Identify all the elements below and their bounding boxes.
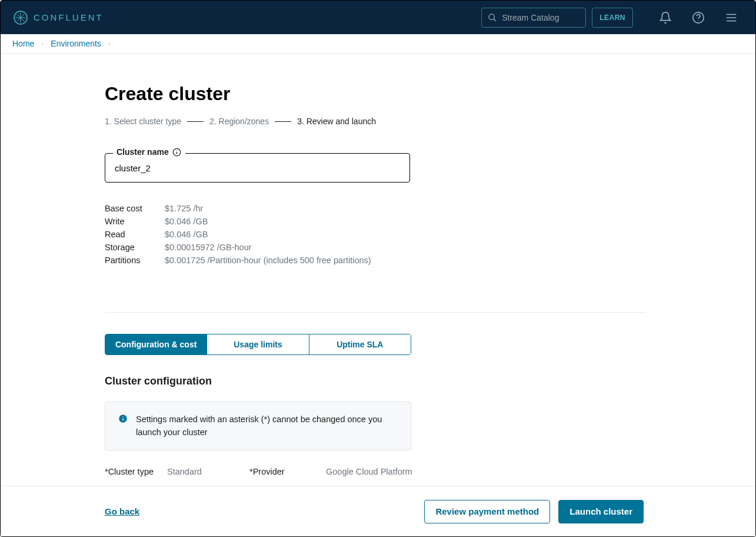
menu-icon[interactable] <box>719 5 744 30</box>
section-title: Cluster configuration <box>105 375 514 387</box>
brand-text: CONFLUENT <box>34 12 104 22</box>
svg-point-13 <box>122 416 124 417</box>
breadcrumb-home[interactable]: Home <box>12 39 34 48</box>
cost-label: Read <box>105 230 165 239</box>
svg-line-2 <box>494 19 496 21</box>
info-icon <box>118 414 128 439</box>
cluster-name-label: Cluster name <box>113 147 185 157</box>
go-back-link[interactable]: Go back <box>105 506 139 516</box>
config-tabs: Configuration & cost Usage limits Uptime… <box>105 334 411 355</box>
learn-button[interactable]: LEARN <box>592 8 633 28</box>
svg-point-4 <box>698 20 698 21</box>
step-1: 1. Select cluster type <box>105 117 181 126</box>
launch-cluster-button[interactable]: Launch cluster <box>558 500 644 523</box>
step-2: 2. Region/zones <box>209 117 269 126</box>
config-label: *Cluster type <box>105 467 167 476</box>
config-grid: *Cluster type Standard *Provider Google … <box>105 467 514 476</box>
notice-text: Settings marked with an asterisk (*) can… <box>136 413 398 439</box>
step-3: 3. Review and launch <box>297 117 376 126</box>
tab-configuration-cost[interactable]: Configuration & cost <box>105 334 207 354</box>
cluster-name-input[interactable] <box>105 153 410 183</box>
cost-label: Base cost <box>105 204 165 213</box>
cost-value: $1.725 /hr <box>165 204 514 213</box>
chevron-right-icon <box>40 39 45 48</box>
config-value: Standard <box>167 467 249 476</box>
app-header: CONFLUENT LEARN <box>1 1 755 34</box>
review-payment-button[interactable]: Review payment method <box>424 500 550 523</box>
cost-value: $0.001725 /Partition-hour (includes 500 … <box>165 256 514 265</box>
divider <box>105 312 646 313</box>
cost-value: $0.046 /GB <box>165 230 514 239</box>
cost-label: Write <box>105 217 165 226</box>
cost-label: Partitions <box>105 256 165 265</box>
cost-list: Base cost $1.725 /hr Write $0.046 /GB Re… <box>105 204 514 265</box>
config-label: *Provider <box>249 467 326 476</box>
tab-usage-limits[interactable]: Usage limits <box>207 334 309 354</box>
main-content: Create cluster 1. Select cluster type 2.… <box>1 54 755 486</box>
wizard-steps: 1. Select cluster type 2. Region/zones 3… <box>105 117 514 126</box>
notifications-icon[interactable] <box>653 5 678 30</box>
tab-uptime-sla[interactable]: Uptime SLA <box>309 334 411 354</box>
cost-value: $0.046 /GB <box>165 217 514 226</box>
confluent-logo-icon <box>14 11 28 25</box>
info-icon[interactable] <box>172 147 182 157</box>
info-notice: Settings marked with an asterisk (*) can… <box>105 402 411 450</box>
footer-bar: Go back Review payment method Launch clu… <box>1 486 755 536</box>
search-input[interactable] <box>502 13 580 22</box>
cost-label: Storage <box>105 243 165 252</box>
cost-value: $0.00015972 /GB-hour <box>165 243 514 252</box>
config-value: Google Cloud Platform <box>326 467 514 476</box>
cluster-name-field: Cluster name <box>105 153 410 183</box>
help-icon[interactable] <box>686 5 711 30</box>
svg-point-10 <box>176 150 177 151</box>
breadcrumb: Home Environments <box>1 34 755 54</box>
brand-logo[interactable]: CONFLUENT <box>14 11 104 25</box>
chevron-right-icon <box>107 39 112 48</box>
breadcrumb-environments[interactable]: Environments <box>51 39 101 48</box>
search-box[interactable] <box>481 8 586 28</box>
search-icon <box>488 13 497 22</box>
page-title: Create cluster <box>105 83 514 105</box>
svg-point-1 <box>489 14 494 19</box>
